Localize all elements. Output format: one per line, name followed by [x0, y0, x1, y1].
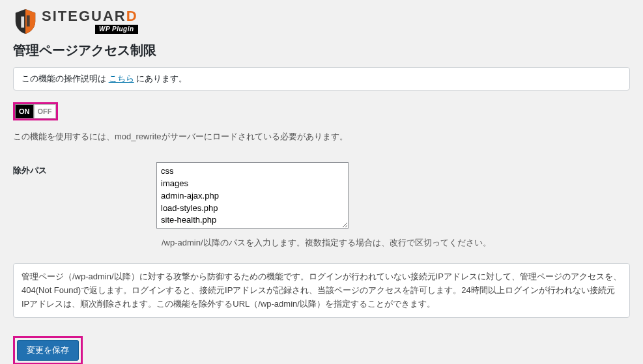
notice-post: にあります。	[134, 74, 188, 83]
svg-rect-1	[27, 16, 30, 27]
plugin-logo: SITEGUARD WP Plugin	[13, 8, 630, 35]
logo-text: SITEGUARD WP Plugin	[42, 9, 138, 34]
logo-title-accent: D	[126, 8, 138, 24]
svg-rect-0	[21, 16, 24, 27]
exclude-path-label: 除外パス	[13, 162, 156, 176]
feature-description: 管理ページ（/wp-admin/以降）に対する攻撃から防御するための機能です。ロ…	[13, 263, 630, 318]
help-notice: この機能の操作説明は こちら にあります。	[13, 67, 630, 91]
shield-icon	[13, 8, 38, 35]
toggle-on[interactable]: ON	[15, 104, 34, 119]
requirement-text: この機能を使用するには、mod_rewriteがサーバーにロードされている必要が…	[13, 131, 630, 143]
logo-subtitle: WP Plugin	[95, 25, 138, 34]
help-link[interactable]: こちら	[109, 74, 134, 83]
submit-highlight: 変更を保存	[13, 336, 83, 364]
feature-toggle[interactable]: ONOFF	[13, 102, 58, 120]
save-button[interactable]: 変更を保存	[17, 340, 79, 361]
exclude-path-textarea[interactable]	[156, 162, 349, 229]
exclude-path-row: 除外パス	[13, 162, 630, 231]
logo-title-pre: SITEGUAR	[42, 8, 126, 24]
toggle-off[interactable]: OFF	[34, 104, 56, 119]
notice-pre: この機能の操作説明は	[21, 74, 109, 83]
exclude-path-hint: /wp-admin/以降のパスを入力します。複数指定する場合は、改行で区切ってく…	[162, 237, 630, 249]
page-title: 管理ページアクセス制限	[13, 42, 630, 59]
